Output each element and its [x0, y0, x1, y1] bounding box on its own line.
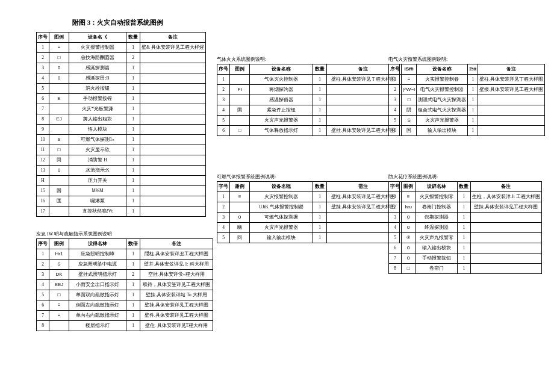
col-char: 字号 [389, 182, 402, 192]
cell-note: 壁& 具体安装详见工程大样煋 [140, 43, 206, 53]
cell-note: 壁接.具体安装详见工程大样图 [478, 85, 545, 95]
layout-canvas: 序号 图例 设备名《 数量 备注 1≡火灾报警控制器1壁& 具体安装详见工程大样… [12, 32, 542, 392]
cell-sym [49, 104, 69, 114]
cell-note [140, 135, 206, 145]
cell-qty: 1 [458, 264, 470, 274]
col-sym: 谢例 [230, 182, 250, 192]
cell-name: 卷帘门 [416, 264, 458, 274]
col-note: 各注 [140, 239, 213, 249]
cell-note [140, 207, 206, 217]
table-header-row: 字号 谢例 设备名辊 数量 需注 [217, 182, 400, 192]
cell-sym [49, 176, 69, 186]
cell-name: 舞人输出粗块 [69, 114, 126, 125]
cell-note [140, 84, 206, 94]
cell-name: 水流指示:K [69, 166, 126, 176]
col-qty: 数量 [126, 33, 140, 43]
cell-seq: 2 [37, 53, 49, 63]
cell-name: 卷南门控制器 [416, 202, 458, 213]
cell-seq: 6 [217, 126, 230, 136]
table-row: H压力开关1 [37, 176, 206, 186]
cell-qty: 1 [458, 202, 470, 213]
cell-seq: 3 [37, 270, 49, 280]
cell-qty: 1 [126, 260, 140, 270]
cell-qty: 1 [468, 116, 478, 126]
cell-name: 火灾显示欣 [69, 145, 126, 155]
table-row: 40终温探測器1 [389, 223, 542, 233]
table-row: 1≡火实报警控制眷1壁柱.具体安装洋见丁程大样图 [389, 75, 545, 85]
table-row: 5®火灾声九报警零1 [389, 233, 542, 243]
cell-name: 感温探俗器 [250, 95, 313, 105]
cell-sym [230, 95, 250, 105]
cell-qty: 1 [126, 155, 140, 166]
cell-sym: □ [49, 145, 69, 155]
cell-qty: 1 [126, 94, 140, 104]
cell-name: 火灾报警控制器 [69, 43, 126, 53]
cell-note [470, 243, 541, 254]
cell-seq: 1 [217, 75, 230, 85]
cell-sym: 回 [49, 155, 69, 166]
cell-sym: □ [49, 290, 69, 300]
cell-sym: ≡ [230, 192, 250, 202]
table-d-title: 可燃气体报警系统图例说明: [217, 173, 400, 180]
cell-note [470, 213, 541, 223]
cell-note [140, 196, 206, 207]
cell-note [140, 114, 206, 125]
cell-seq: 1 [37, 43, 49, 53]
cell-qty: 1 [468, 75, 478, 85]
col-name: 设备名称 [250, 64, 313, 75]
cell-seq: 8 [389, 264, 402, 274]
cell-qty: 1 [126, 63, 140, 73]
cell-name: 紧急件止按钮 [250, 105, 313, 116]
cell-seq: 4 [37, 280, 49, 290]
cell-qty: 1 [313, 192, 327, 202]
cell-name: 消火栓按钮 [69, 84, 126, 94]
cell-seq: 11 [37, 145, 49, 155]
cell-qty: 1 [313, 95, 327, 105]
cell-seq: 4 [217, 105, 230, 116]
table-header-row: 字号 图例 设辟名林 数量 备注 [389, 182, 542, 192]
table-row: 30可燃气体探測搌1 [217, 213, 400, 223]
table-b-title: 应息 IW 明与疏触指示系筑图例说明 [36, 231, 213, 237]
cell-qty: 1 [126, 73, 140, 84]
cell-name: 可燃气体探測搌 [250, 213, 313, 223]
table-row: 9悟人模块1 [37, 125, 206, 135]
cell-qty: 1 [458, 243, 470, 254]
cell-seq: 3 [37, 63, 49, 73]
cell-sym: 0 [402, 243, 416, 254]
cell-seq: 17 [37, 207, 49, 217]
table-row: 3□測温式电气火灾探測器1 [389, 95, 545, 105]
col-seq: 序号 [37, 33, 49, 43]
cell-name: 终温探測器 [416, 223, 458, 233]
cell-qty: 1 [126, 249, 140, 260]
cell-name: 输入输出模块 [416, 243, 458, 254]
table-row: 8EJ舞人输出粗块1 [37, 114, 206, 125]
cell-sym: EJ [49, 114, 69, 125]
cell-qty: 2 [126, 53, 140, 63]
cell-sym [49, 321, 69, 331]
cell-sym: ≡ [49, 43, 69, 53]
col-seq: 序号 [217, 64, 230, 75]
cell-qty: 1 [126, 104, 140, 114]
cell-note: 壁挂.具体安装详站 To 大样用 [140, 290, 213, 300]
table-row: 16匡嘣淋泵1 [37, 196, 206, 207]
cell-note [470, 264, 541, 274]
cell-sym: Hr1 [49, 249, 69, 260]
cell-seq: 15 [37, 186, 49, 196]
cell-qty: 1 [468, 105, 478, 116]
cell-seq: 4 [37, 73, 49, 84]
cell-seq: 5 [389, 116, 402, 126]
table-row: 7火灾*光板警濂1 [37, 104, 206, 114]
cell-name: 单向右向疏散指示灯 [69, 311, 126, 321]
table-row: 2FI将烟探沟器1 [217, 85, 400, 95]
cell-qty: 1 [313, 223, 327, 233]
cell-sym [230, 75, 250, 85]
cell-note [140, 145, 206, 155]
cell-name: 总技海路酬圆器 [69, 53, 126, 63]
col-note: 备注 [140, 33, 206, 43]
cell-seq: 8 [37, 321, 49, 331]
table-row: 30感涎探测篇1 [37, 63, 206, 73]
table-row: 5S火灾声光报警器1 [389, 116, 545, 126]
cell-note: 取待，具体安笠详见工程大样图 [140, 280, 213, 290]
cell-note: 壁挂.具体安装详见工程大样图 [470, 202, 541, 213]
table-header-row: 序号 图例 设备名称 数量 备注 [217, 64, 400, 75]
